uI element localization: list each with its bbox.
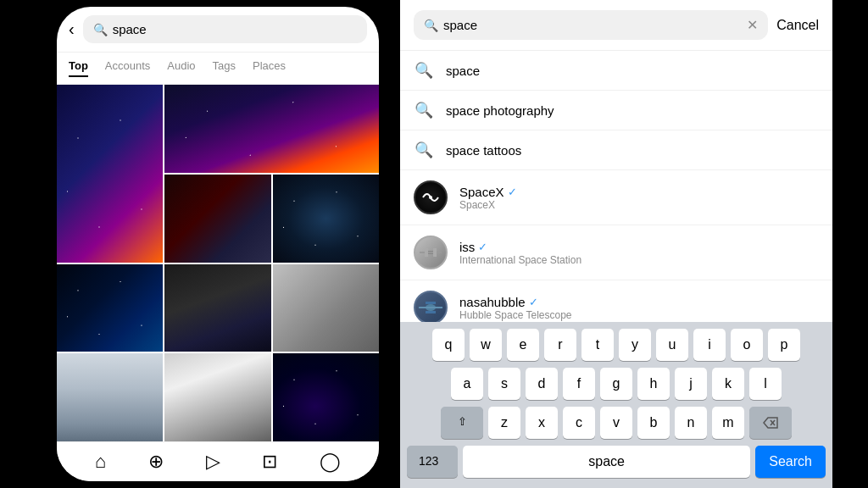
key-p[interactable]: p bbox=[768, 329, 800, 361]
avatar-iss bbox=[414, 236, 448, 269]
suggestion-name-nasahubble: nasahubble ✓ bbox=[459, 295, 819, 309]
key-m[interactable]: m bbox=[712, 407, 744, 439]
key-c[interactable]: c bbox=[563, 407, 595, 439]
right-search-query: space bbox=[443, 18, 742, 32]
grid-cell-nebula[interactable] bbox=[164, 85, 379, 173]
grid-cell-planet[interactable] bbox=[273, 353, 379, 441]
suggestion-text-iss: iss ✓ International Space Station bbox=[459, 240, 819, 266]
key-d[interactable]: d bbox=[526, 368, 558, 400]
avatar-spacex bbox=[414, 180, 448, 214]
suggestion-text-1: space bbox=[446, 64, 819, 78]
keyboard: q w e r t y u i o p a s d f g h j k l ⇧ … bbox=[400, 322, 832, 488]
nav-home-icon[interactable]: ⌂ bbox=[95, 451, 106, 473]
suggestion-sub-spacex: SpaceX bbox=[459, 199, 819, 211]
suggestion-main-1: space bbox=[446, 64, 819, 78]
key-h[interactable]: h bbox=[637, 368, 670, 400]
bottom-nav: ⌂ ⊕ ▷ ⊡ ◯ bbox=[57, 441, 379, 481]
key-q[interactable]: q bbox=[432, 329, 465, 361]
tab-audio[interactable]: Audio bbox=[167, 59, 195, 77]
grid-cell-galaxy[interactable] bbox=[57, 85, 163, 263]
suggestion-main-3: space tattoos bbox=[446, 143, 819, 158]
key-l[interactable]: l bbox=[749, 368, 782, 400]
key-delete[interactable] bbox=[749, 407, 792, 439]
suggestion-main-2: space photography bbox=[446, 103, 819, 118]
svg-rect-6 bbox=[419, 307, 442, 308]
key-v[interactable]: v bbox=[600, 407, 632, 439]
key-x[interactable]: x bbox=[526, 407, 558, 439]
verified-badge-nasahubble: ✓ bbox=[529, 296, 538, 308]
left-search-query: space bbox=[113, 22, 147, 36]
key-r[interactable]: r bbox=[544, 329, 576, 361]
key-j[interactable]: j bbox=[675, 368, 707, 400]
keyboard-row-1: q w e r t y u i o p bbox=[403, 329, 829, 361]
key-e[interactable]: e bbox=[507, 329, 539, 361]
nav-reels-icon[interactable]: ▷ bbox=[206, 451, 220, 473]
right-search-bar: 🔍 space ✕ Cancel bbox=[400, 0, 832, 51]
suggestion-text-spacex: SpaceX ✓ SpaceX bbox=[459, 185, 819, 211]
suggestion-text-2: space photography bbox=[446, 103, 819, 118]
suggestion-sub-nasahubble: Hubble Space Telescope bbox=[459, 309, 819, 321]
suggestion-name-iss: iss ✓ bbox=[459, 240, 819, 254]
suggestion-iss[interactable]: iss ✓ International Space Station bbox=[400, 225, 832, 280]
key-s[interactable]: s bbox=[488, 368, 520, 400]
keyboard-bottom-row: 123 space Search bbox=[403, 446, 829, 485]
back-button[interactable]: ‹ bbox=[69, 19, 75, 39]
suggestion-text-nasahubble: nasahubble ✓ Hubble Space Telescope bbox=[459, 295, 819, 321]
grid-cell-astronaut[interactable] bbox=[164, 175, 270, 263]
left-search-bar: ‹ 🔍 space bbox=[57, 7, 379, 53]
key-t[interactable]: t bbox=[581, 329, 614, 361]
avatar-hubble bbox=[414, 291, 448, 322]
svg-rect-2 bbox=[420, 252, 442, 253]
keyboard-row-2: a s d f g h j k l bbox=[403, 368, 829, 400]
key-o[interactable]: o bbox=[731, 329, 763, 361]
key-numbers[interactable]: 123 bbox=[407, 446, 458, 478]
key-y[interactable]: y bbox=[619, 329, 651, 361]
grid-cell-blue-nebula[interactable] bbox=[57, 264, 163, 352]
grid-cell-moon[interactable] bbox=[164, 353, 270, 441]
key-u[interactable]: u bbox=[656, 329, 688, 361]
tab-accounts[interactable]: Accounts bbox=[105, 59, 150, 77]
clear-search-button[interactable]: ✕ bbox=[747, 17, 758, 33]
verified-badge-iss: ✓ bbox=[478, 241, 487, 253]
key-space[interactable]: space bbox=[463, 446, 750, 478]
suggestion-space-tattoos[interactable]: 🔍 space tattoos bbox=[400, 130, 832, 170]
verified-badge-spacex: ✓ bbox=[508, 186, 517, 198]
search-icon-left: 🔍 bbox=[93, 23, 108, 36]
suggestion-nasahubble[interactable]: nasahubble ✓ Hubble Space Telescope bbox=[400, 280, 832, 322]
nav-shop-icon[interactable]: ⊡ bbox=[262, 451, 277, 473]
suggestion-sub-iss: International Space Station bbox=[459, 254, 819, 266]
key-z[interactable]: z bbox=[488, 407, 520, 439]
nav-profile-icon[interactable]: ◯ bbox=[320, 451, 341, 473]
query-icon-1: 🔍 bbox=[414, 61, 434, 80]
svg-rect-3 bbox=[425, 248, 428, 257]
tab-tags[interactable]: Tags bbox=[213, 59, 236, 77]
grid-cell-rocket[interactable] bbox=[164, 264, 270, 352]
key-i[interactable]: i bbox=[693, 329, 726, 361]
key-f[interactable]: f bbox=[563, 368, 595, 400]
grid-cell-figure[interactable] bbox=[57, 353, 163, 441]
suggestion-space[interactable]: 🔍 space bbox=[400, 51, 832, 91]
nav-search-icon[interactable]: ⊕ bbox=[148, 451, 164, 473]
suggestions-list: 🔍 space 🔍 space photography 🔍 space tatt… bbox=[400, 51, 832, 322]
suggestion-spacex[interactable]: SpaceX ✓ SpaceX bbox=[400, 170, 832, 225]
left-search-input[interactable]: 🔍 space bbox=[83, 15, 367, 43]
svg-rect-4 bbox=[433, 248, 437, 257]
search-icon-right: 🔍 bbox=[424, 19, 438, 32]
key-n[interactable]: n bbox=[675, 407, 707, 439]
query-icon-2: 🔍 bbox=[414, 101, 434, 119]
right-panel: 🔍 space ✕ Cancel 🔍 space 🔍 space photogr… bbox=[400, 0, 832, 488]
tab-places[interactable]: Places bbox=[253, 59, 286, 77]
key-w[interactable]: w bbox=[470, 329, 502, 361]
key-b[interactable]: b bbox=[637, 407, 670, 439]
key-search[interactable]: Search bbox=[755, 446, 826, 478]
tab-top[interactable]: Top bbox=[69, 59, 88, 77]
key-k[interactable]: k bbox=[712, 368, 744, 400]
key-a[interactable]: a bbox=[451, 368, 483, 400]
key-shift[interactable]: ⇧ bbox=[441, 407, 483, 439]
grid-cell-astronaut2[interactable] bbox=[273, 264, 379, 352]
right-search-input[interactable]: 🔍 space ✕ bbox=[414, 10, 768, 40]
grid-cell-stars1[interactable] bbox=[273, 175, 379, 263]
cancel-button[interactable]: Cancel bbox=[776, 18, 819, 33]
key-g[interactable]: g bbox=[600, 368, 632, 400]
suggestion-space-photography[interactable]: 🔍 space photography bbox=[400, 91, 832, 130]
